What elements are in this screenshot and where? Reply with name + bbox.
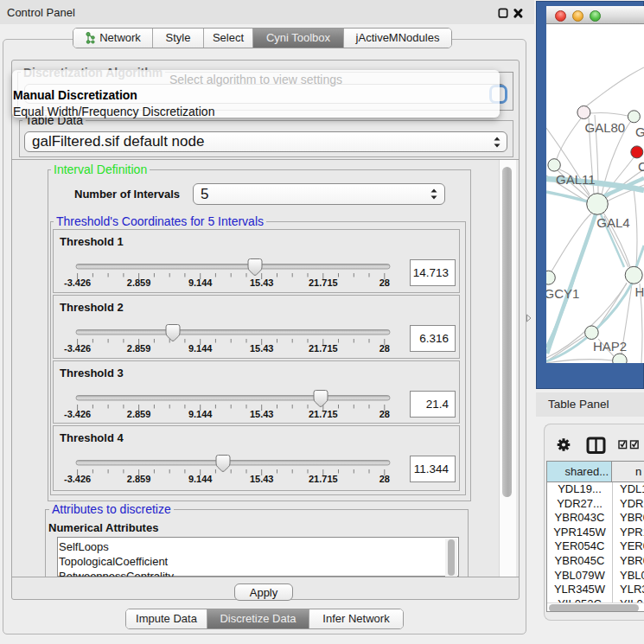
svg-text:GAL80: GAL80	[585, 120, 626, 135]
svg-text:21.715: 21.715	[309, 277, 338, 288]
svg-text:15.43: 15.43	[250, 343, 274, 354]
svg-text:-3.426: -3.426	[64, 343, 91, 354]
svg-text:2.859: 2.859	[127, 343, 151, 354]
svg-text:2.859: 2.859	[127, 277, 151, 288]
svg-text:9.144: 9.144	[188, 343, 213, 354]
svg-text:15.43: 15.43	[250, 474, 274, 484]
svg-text:28: 28	[379, 343, 390, 354]
svg-text:-3.426: -3.426	[64, 408, 91, 418]
svg-text:H: H	[635, 284, 644, 299]
svg-text:9.144: 9.144	[188, 277, 213, 288]
svg-text:28: 28	[379, 408, 390, 418]
svg-text:9.144: 9.144	[188, 408, 213, 418]
svg-text:21.715: 21.715	[309, 408, 338, 418]
svg-text:GAL4: GAL4	[596, 215, 629, 230]
svg-text:28: 28	[379, 277, 390, 288]
svg-text:C: C	[638, 159, 644, 174]
svg-text:-3.426: -3.426	[64, 277, 91, 288]
svg-text:-3.426: -3.426	[64, 474, 91, 484]
svg-text:15.43: 15.43	[250, 277, 274, 288]
svg-text:2.859: 2.859	[127, 474, 151, 484]
svg-text:9.144: 9.144	[188, 474, 213, 484]
svg-text:21.715: 21.715	[309, 343, 338, 354]
svg-text:HAP2: HAP2	[593, 339, 627, 354]
svg-text:15.43: 15.43	[250, 408, 274, 418]
svg-text:21.715: 21.715	[309, 474, 338, 484]
svg-text:GCY1: GCY1	[546, 286, 579, 301]
svg-text:G.: G.	[635, 124, 644, 139]
svg-text:28: 28	[379, 474, 390, 484]
svg-text:GAL11: GAL11	[556, 172, 596, 187]
svg-text:2.859: 2.859	[127, 408, 151, 418]
